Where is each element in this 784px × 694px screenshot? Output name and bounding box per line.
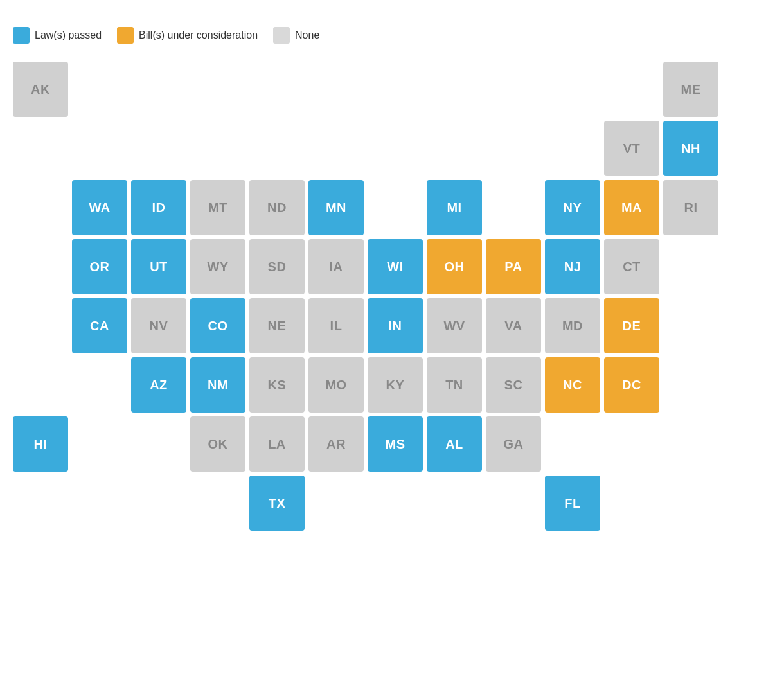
state-empty	[131, 62, 186, 117]
legend-box-consideration	[117, 27, 134, 44]
state-empty	[131, 121, 186, 176]
state-empty	[545, 121, 600, 176]
state-SD[interactable]: SD	[249, 239, 305, 294]
state-LA[interactable]: LA	[249, 416, 305, 472]
state-SC[interactable]: SC	[486, 357, 541, 413]
state-empty	[663, 298, 718, 353]
map-row-row1: VTNH	[13, 121, 771, 176]
state-NV[interactable]: NV	[131, 298, 186, 353]
legend-label-passed: Law(s) passed	[35, 30, 102, 41]
state-ID[interactable]: ID	[131, 180, 186, 235]
state-MO[interactable]: MO	[308, 357, 364, 413]
state-OK[interactable]: OK	[190, 416, 245, 472]
state-empty	[131, 416, 186, 472]
state-empty	[72, 416, 127, 472]
state-NH[interactable]: NH	[663, 121, 718, 176]
state-empty	[427, 121, 482, 176]
state-TN[interactable]: TN	[427, 357, 482, 413]
state-GA[interactable]: GA	[486, 416, 541, 472]
state-CO[interactable]: CO	[190, 298, 245, 353]
state-MI[interactable]: MI	[427, 180, 482, 235]
state-MD[interactable]: MD	[545, 298, 600, 353]
state-empty	[249, 121, 305, 176]
state-empty	[249, 62, 305, 117]
state-DE[interactable]: DE	[604, 298, 659, 353]
state-empty	[308, 476, 364, 531]
map-row-row0: AKME	[13, 62, 771, 117]
state-AK[interactable]: AK	[13, 62, 68, 117]
state-FL[interactable]: FL	[545, 476, 600, 531]
state-empty	[604, 416, 659, 472]
state-empty	[368, 180, 423, 235]
state-empty	[13, 180, 68, 235]
map-container: AKMEVTNHWAIDMTNDMNMINYMARIORUTWYSDIAWIOH…	[13, 62, 771, 531]
state-empty	[190, 62, 245, 117]
state-TX[interactable]: TX	[249, 476, 305, 531]
legend-box-passed	[13, 27, 30, 44]
state-NY[interactable]: NY	[545, 180, 600, 235]
legend-item-passed: Law(s) passed	[13, 27, 102, 44]
state-empty	[308, 121, 364, 176]
state-empty	[486, 180, 541, 235]
state-empty	[308, 62, 364, 117]
state-empty	[545, 62, 600, 117]
state-empty	[190, 476, 245, 531]
state-empty	[72, 357, 127, 413]
map-row-row4: CANVCONEILINWVVAMDDE	[13, 298, 771, 353]
state-CA[interactable]: CA	[72, 298, 127, 353]
legend-box-none	[273, 27, 290, 44]
state-empty	[486, 121, 541, 176]
state-empty	[13, 239, 68, 294]
state-ND[interactable]: ND	[249, 180, 305, 235]
state-VT[interactable]: VT	[604, 121, 659, 176]
state-empty	[13, 357, 68, 413]
state-MN[interactable]: MN	[308, 180, 364, 235]
state-NE[interactable]: NE	[249, 298, 305, 353]
state-empty	[368, 62, 423, 117]
state-KS[interactable]: KS	[249, 357, 305, 413]
state-empty	[72, 121, 127, 176]
state-empty	[131, 476, 186, 531]
state-empty	[190, 121, 245, 176]
state-IN[interactable]: IN	[368, 298, 423, 353]
state-AR[interactable]: AR	[308, 416, 364, 472]
state-WY[interactable]: WY	[190, 239, 245, 294]
state-MA[interactable]: MA	[604, 180, 659, 235]
state-empty	[13, 476, 68, 531]
state-NM[interactable]: NM	[190, 357, 245, 413]
state-KY[interactable]: KY	[368, 357, 423, 413]
state-AL[interactable]: AL	[427, 416, 482, 472]
legend: Law(s) passedBill(s) under consideration…	[13, 27, 771, 44]
state-ME[interactable]: ME	[663, 62, 718, 117]
state-DC[interactable]: DC	[604, 357, 659, 413]
state-IL[interactable]: IL	[308, 298, 364, 353]
state-empty	[604, 62, 659, 117]
state-OH[interactable]: OH	[427, 239, 482, 294]
state-WA[interactable]: WA	[72, 180, 127, 235]
legend-label-none: None	[295, 30, 319, 41]
state-empty	[368, 121, 423, 176]
state-empty	[13, 298, 68, 353]
state-VA[interactable]: VA	[486, 298, 541, 353]
state-NC[interactable]: NC	[545, 357, 600, 413]
state-OR[interactable]: OR	[72, 239, 127, 294]
state-empty	[72, 476, 127, 531]
state-NJ[interactable]: NJ	[545, 239, 600, 294]
state-WI[interactable]: WI	[368, 239, 423, 294]
state-IA[interactable]: IA	[308, 239, 364, 294]
state-MT[interactable]: MT	[190, 180, 245, 235]
state-MS[interactable]: MS	[368, 416, 423, 472]
state-UT[interactable]: UT	[131, 239, 186, 294]
state-empty	[663, 416, 718, 472]
map-row-row5: AZNMKSMOKYTNSCNCDC	[13, 357, 771, 413]
state-empty	[13, 121, 68, 176]
state-HI[interactable]: HI	[13, 416, 68, 472]
state-CT[interactable]: CT	[604, 239, 659, 294]
state-RI[interactable]: RI	[663, 180, 718, 235]
state-PA[interactable]: PA	[486, 239, 541, 294]
state-WV[interactable]: WV	[427, 298, 482, 353]
state-empty	[663, 357, 718, 413]
map-row-row7: TXFL	[13, 476, 771, 531]
state-empty	[663, 476, 718, 531]
state-AZ[interactable]: AZ	[131, 357, 186, 413]
